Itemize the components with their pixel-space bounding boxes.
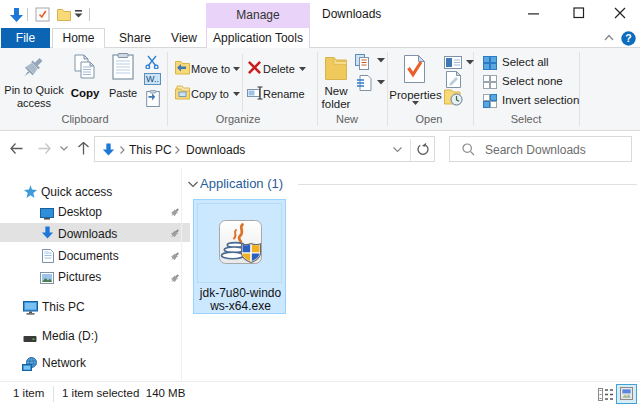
svg-text:?: ? xyxy=(625,32,631,44)
svg-text:W..: W.. xyxy=(146,74,159,84)
